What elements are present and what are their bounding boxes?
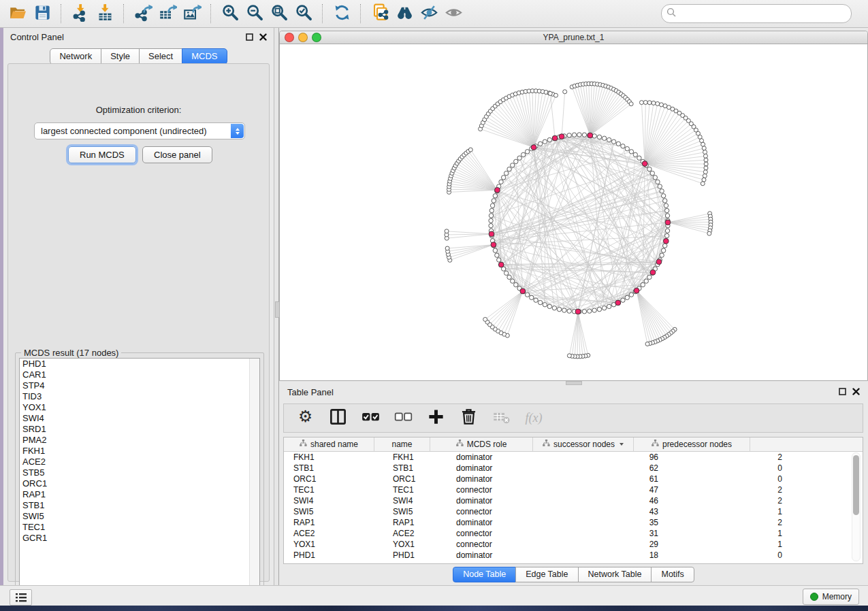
memory-button[interactable]: Memory bbox=[803, 589, 859, 605]
open-file-button[interactable] bbox=[5, 3, 30, 24]
import-table-button[interactable] bbox=[93, 3, 117, 24]
tab-network[interactable]: Network bbox=[50, 48, 101, 65]
mcds-node[interactable] bbox=[650, 269, 656, 275]
close-table-panel-icon[interactable] bbox=[852, 386, 860, 398]
mcds-node[interactable] bbox=[588, 133, 593, 138]
mcds-node[interactable] bbox=[495, 187, 500, 193]
network-window-titlebar[interactable]: YPA_prune.txt_1 bbox=[280, 31, 867, 44]
mcds-result-item[interactable]: SRD1 bbox=[20, 424, 259, 435]
mcds-result-item[interactable]: SWI4 bbox=[20, 413, 259, 424]
tab-network-table[interactable]: Network Table bbox=[578, 567, 652, 582]
criterion-dropdown[interactable]: largest connected component (undirected) bbox=[34, 122, 245, 139]
mcds-result-item[interactable]: CAR1 bbox=[20, 369, 259, 380]
mcds-result-item[interactable]: YOX1 bbox=[20, 402, 259, 413]
float-panel-icon[interactable] bbox=[246, 31, 253, 44]
tab-mcds[interactable]: MCDS bbox=[182, 48, 227, 65]
mcds-node[interactable] bbox=[642, 161, 647, 167]
search-input[interactable] bbox=[676, 8, 846, 19]
mcds-result-item[interactable]: RAP1 bbox=[20, 489, 259, 500]
mcds-result-item[interactable]: GCR1 bbox=[20, 533, 259, 544]
table-scrollbar[interactable] bbox=[852, 452, 861, 561]
mcds-node[interactable] bbox=[491, 242, 496, 248]
save-session-button[interactable] bbox=[30, 3, 54, 24]
table-row[interactable]: PHD1PHD1dominator180 bbox=[284, 550, 863, 561]
table-row[interactable]: TEC1TEC1connector472 bbox=[284, 484, 863, 495]
zoom-selected-button[interactable] bbox=[291, 3, 316, 24]
mcds-node[interactable] bbox=[531, 145, 536, 150]
mcds-result-item[interactable]: PMA2 bbox=[20, 435, 259, 446]
table-row[interactable]: SWI4SWI4dominator462 bbox=[284, 495, 863, 506]
table-row[interactable]: YOX1YOX1connector291 bbox=[284, 539, 863, 550]
tab-select[interactable]: Select bbox=[139, 48, 182, 65]
select-all-button[interactable] bbox=[361, 410, 379, 427]
column-header-predecessor-nodes[interactable]: predecessor nodes bbox=[634, 437, 750, 451]
search-box[interactable] bbox=[661, 4, 852, 23]
table-settings-button[interactable]: ⚙ bbox=[296, 410, 314, 427]
tab-node-table[interactable]: Node Table bbox=[453, 567, 516, 582]
new-network-from-selection-button[interactable] bbox=[368, 3, 392, 24]
close-panel-icon[interactable] bbox=[259, 31, 267, 44]
table-scrollbar-thumb[interactable] bbox=[853, 455, 859, 515]
network-view[interactable] bbox=[280, 44, 867, 380]
delete-column-button[interactable] bbox=[460, 410, 477, 427]
mcds-result-item[interactable]: SWI5 bbox=[20, 511, 259, 522]
tab-style[interactable]: Style bbox=[101, 48, 140, 65]
close-panel-button[interactable]: Close panel bbox=[142, 146, 212, 163]
deselect-all-button[interactable] bbox=[394, 410, 412, 427]
mcds-result-list[interactable]: PHD1CAR1STP4TID3YOX1SWI4SRD1PMA2FKH1ACE2… bbox=[19, 358, 260, 599]
mcds-node[interactable] bbox=[489, 231, 494, 237]
mcds-node[interactable] bbox=[634, 288, 639, 293]
export-table-button[interactable] bbox=[155, 3, 180, 24]
mcds-result-item[interactable]: FKH1 bbox=[20, 446, 259, 457]
run-mcds-button[interactable]: Run MCDS bbox=[68, 146, 136, 163]
table-row[interactable]: FKH1FKH1dominator962 bbox=[284, 452, 863, 463]
tab-motifs[interactable]: Motifs bbox=[651, 567, 694, 582]
export-image-button[interactable] bbox=[180, 3, 204, 24]
refresh-layout-button[interactable] bbox=[329, 3, 354, 24]
export-network-button[interactable] bbox=[131, 3, 155, 24]
mcds-result-item[interactable]: STB1 bbox=[20, 500, 259, 511]
mcds-result-item[interactable]: ACE2 bbox=[20, 457, 259, 467]
network-graph[interactable] bbox=[280, 44, 867, 380]
mcds-node[interactable] bbox=[520, 288, 526, 294]
table-row[interactable]: SWI5SWI5connector431 bbox=[284, 506, 863, 517]
result-scrollbar[interactable] bbox=[249, 359, 259, 598]
panel-divider[interactable] bbox=[274, 28, 279, 585]
column-header-shared-name[interactable]: shared name bbox=[284, 437, 374, 451]
table-row[interactable]: ORC1ORC1dominator610 bbox=[284, 474, 863, 484]
add-column-button[interactable] bbox=[427, 410, 445, 427]
mcds-node[interactable] bbox=[559, 134, 564, 139]
zoom-out-button[interactable] bbox=[242, 3, 267, 24]
mcds-node[interactable] bbox=[552, 135, 558, 141]
column-header-successor-nodes[interactable]: successor nodes bbox=[533, 437, 634, 451]
column-header-MCDS-role[interactable]: MCDS role bbox=[430, 437, 533, 451]
zoom-fit-icon bbox=[270, 3, 289, 24]
mcds-node[interactable] bbox=[665, 220, 671, 225]
mcds-result-item[interactable]: ORC1 bbox=[20, 478, 259, 489]
show-all-button[interactable] bbox=[441, 3, 466, 24]
mcds-node[interactable] bbox=[498, 262, 504, 267]
column-layout-button[interactable] bbox=[329, 410, 347, 427]
import-network-button[interactable] bbox=[68, 3, 93, 24]
hide-selected-button[interactable] bbox=[417, 3, 441, 24]
mcds-node[interactable] bbox=[663, 238, 669, 244]
table-row[interactable]: RAP1RAP1dominator352 bbox=[284, 517, 863, 528]
zoom-in-button[interactable] bbox=[218, 3, 242, 24]
tab-edge-table[interactable]: Edge Table bbox=[515, 567, 578, 582]
column-header-name[interactable]: name bbox=[374, 437, 430, 451]
mcds-result-item[interactable]: STB5 bbox=[20, 467, 259, 478]
mcds-result-item[interactable]: TEC1 bbox=[20, 522, 259, 533]
table-row[interactable]: ACE2ACE2connector311 bbox=[284, 528, 863, 539]
mcds-result-item[interactable]: TID3 bbox=[20, 391, 259, 402]
first-neighbors-button[interactable] bbox=[392, 3, 417, 24]
mcds-node[interactable] bbox=[575, 309, 581, 314]
table-row[interactable]: STB1STB1dominator620 bbox=[284, 463, 863, 474]
panel-list-button[interactable] bbox=[10, 589, 32, 606]
node-table[interactable]: shared namenameMCDS rolesuccessor nodesp… bbox=[283, 437, 863, 564]
mcds-result-item[interactable]: PHD1 bbox=[20, 359, 259, 369]
zoom-fit-button[interactable] bbox=[267, 3, 291, 24]
mcds-node[interactable] bbox=[615, 300, 621, 306]
float-table-panel-icon[interactable] bbox=[839, 386, 846, 398]
mcds-result-item[interactable]: STP4 bbox=[20, 380, 259, 391]
mcds-node[interactable] bbox=[656, 259, 662, 265]
